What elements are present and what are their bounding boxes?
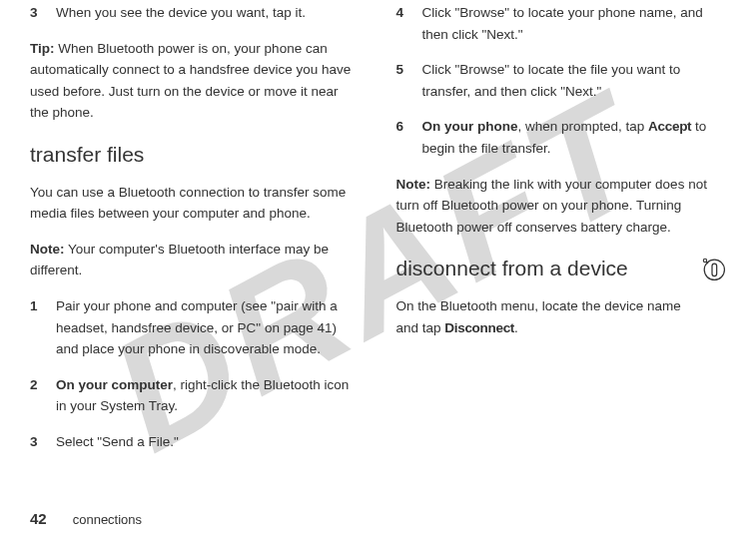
step-text: Select "Send a File.": [56, 431, 361, 453]
step-number: 4: [396, 2, 408, 45]
bluetooth-device-icon: [698, 254, 726, 281]
tip-text: When Bluetooth power is on, your phone c…: [30, 41, 351, 121]
page-footer: 42connections: [30, 507, 142, 531]
step-number: 2: [30, 374, 42, 417]
disc-t1: On the Bluetooth menu, locate the device…: [396, 298, 681, 335]
step-t1: , when prompted, tap: [518, 119, 649, 134]
step-item: 6 On your phone, when prompted, tap Acce…: [396, 116, 727, 159]
step-text: On your computer, right-click the Blueto…: [56, 374, 361, 417]
page-content: 3 When you see the device you want, tap …: [0, 0, 756, 499]
step-bold: On your computer: [56, 377, 173, 392]
tip-paragraph: Tip: When Bluetooth power is on, your ph…: [30, 38, 361, 124]
footer-section: connections: [73, 512, 142, 527]
disconnect-label: Disconnect: [444, 320, 514, 335]
step-item: 5 Click "Browse" to locate the file you …: [396, 59, 727, 102]
disconnect-paragraph: On the Bluetooth menu, locate the device…: [396, 295, 727, 338]
left-column: 3 When you see the device you want, tap …: [30, 2, 361, 491]
step-text: Pair your phone and computer (see "pair …: [56, 295, 361, 360]
step-item: 2 On your computer, right-click the Blue…: [30, 374, 361, 417]
intro-paragraph: You can use a Bluetooth connection to tr…: [30, 182, 361, 225]
step-number: 5: [396, 59, 408, 102]
note-label: Note:: [30, 242, 65, 257]
step-number: 6: [396, 116, 408, 159]
section-heading-disconnect: disconnect from a device: [396, 252, 727, 285]
step-text: Click "Browse" to locate the file you wa…: [422, 59, 727, 102]
accept-label: Accept: [648, 119, 691, 134]
svg-rect-1: [712, 264, 717, 275]
tip-label: Tip:: [30, 41, 55, 56]
step-number: 1: [30, 295, 42, 360]
disc-t2: .: [514, 320, 518, 335]
step-item: 3 Select "Send a File.": [30, 431, 361, 453]
right-column: 4 Click "Browse" to locate your phone na…: [396, 2, 727, 491]
note-text: Your computer's Bluetooth interface may …: [30, 242, 329, 278]
page-number: 42: [30, 510, 47, 527]
note-paragraph: Note: Your computer's Bluetooth interfac…: [30, 239, 361, 281]
note-text: Breaking the link with your computer doe…: [396, 177, 707, 235]
note-paragraph: Note: Breaking the link with your comput…: [396, 174, 727, 239]
step-text: Click "Browse" to locate your phone name…: [422, 2, 727, 45]
svg-point-2: [703, 260, 706, 263]
step-item: 1 Pair your phone and computer (see "pai…: [30, 295, 361, 360]
step-bold: On your phone: [422, 119, 518, 134]
section-heading-transfer-files: transfer files: [30, 138, 361, 172]
step-item: 4 Click "Browse" to locate your phone na…: [396, 2, 727, 45]
step-text: On your phone, when prompted, tap Accept…: [422, 116, 727, 159]
step-number: 3: [30, 2, 42, 24]
step-text: When you see the device you want, tap it…: [56, 2, 361, 24]
note-label: Note:: [396, 177, 431, 192]
step-number: 3: [30, 431, 42, 453]
step-item: 3 When you see the device you want, tap …: [30, 2, 361, 24]
